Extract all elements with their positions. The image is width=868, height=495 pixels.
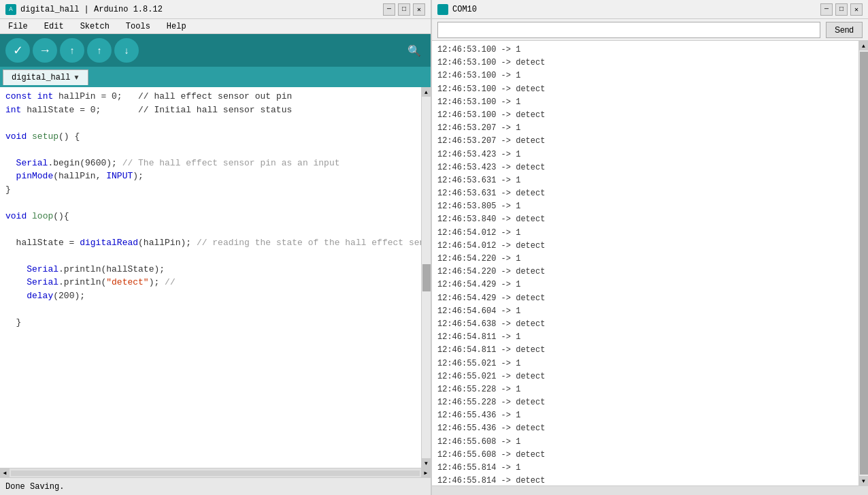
serial-content-row: 12:46:53.100 -> 112:46:53.100 -> detect1…	[432, 41, 868, 485]
serial-line: 12:46:55.814 -> 1	[437, 462, 853, 475]
code-line	[5, 143, 416, 157]
save-button[interactable]: ↓	[114, 38, 139, 63]
serial-line: 12:46:53.100 -> 1	[437, 69, 853, 82]
serial-line: 12:46:53.207 -> 1	[437, 122, 853, 135]
serial-output[interactable]: 12:46:53.100 -> 112:46:53.100 -> detect1…	[432, 41, 858, 485]
vscroll-down-button[interactable]: ▼	[422, 458, 431, 468]
code-line	[5, 329, 416, 342]
serial-line: 12:46:55.021 -> detect	[437, 370, 853, 383]
serial-line: 12:46:53.805 -> 1	[437, 200, 853, 213]
tab-dropdown-button[interactable]: ▼	[73, 74, 80, 81]
serial-line: 12:46:54.220 -> 1	[437, 253, 853, 266]
serial-line: 12:46:54.429 -> detect	[437, 292, 853, 305]
serial-bottom-bar	[432, 485, 868, 495]
hscrollbar: ◀ ▶	[0, 468, 431, 477]
hscroll-track[interactable]	[11, 470, 420, 476]
serial-title-bar: COM10 ─ □ ✕	[432, 0, 868, 19]
serial-line: 12:46:54.811 -> detect	[437, 344, 853, 357]
ide-title-bar: A digital_hall | Arduino 1.8.12 ─ □ ✕	[0, 0, 431, 19]
serial-line: 12:46:53.100 -> detect	[437, 83, 853, 96]
serial-line: 12:46:55.436 -> detect	[437, 422, 853, 435]
status-text: Done Saving.	[5, 482, 64, 492]
ide-minimize-button[interactable]: ─	[383, 3, 395, 16]
tab-bar: digital_hall ▼	[0, 67, 431, 87]
serial-minimize-button[interactable]: ─	[820, 3, 833, 16]
serial-line: 12:46:53.100 -> 1	[437, 96, 853, 109]
serial-scroll-up-button[interactable]: ▲	[859, 41, 869, 50]
serial-vscrollbar[interactable]: ▲ ▼	[858, 41, 868, 485]
new-button[interactable]: ↑	[60, 38, 84, 63]
serial-line: 12:46:54.220 -> detect	[437, 266, 853, 278]
serial-line: 12:46:53.423 -> 1	[437, 148, 853, 161]
open-button[interactable]: ↑	[87, 38, 112, 63]
serial-input[interactable]	[437, 22, 820, 38]
verify-button[interactable]: ✓	[5, 38, 30, 63]
menu-help[interactable]: Help	[164, 22, 189, 31]
serial-line: 12:46:55.814 -> detect	[437, 475, 853, 485]
code-line: pinMode(hallPin, INPUT);	[5, 170, 416, 183]
status-bar: Done Saving.	[0, 477, 431, 495]
ide-menu-bar: File Edit Sketch Tools Help	[0, 19, 431, 34]
serial-line: 12:46:54.012 -> 1	[437, 227, 853, 240]
serial-top-bar: Send	[432, 19, 868, 41]
code-editor: const int hallPin = 0; // hall effect se…	[0, 87, 431, 468]
upload-button[interactable]: →	[33, 38, 57, 63]
serial-line: 12:46:55.436 -> 1	[437, 409, 853, 422]
code-line: int hallState = 0; // Initial hall senso…	[5, 103, 416, 117]
vscroll-thumb[interactable]	[422, 264, 431, 291]
code-line	[5, 249, 416, 263]
menu-edit[interactable]: Edit	[41, 22, 67, 31]
code-line: }	[5, 183, 416, 197]
ide-maximize-button[interactable]: □	[398, 3, 410, 16]
serial-line: 12:46:55.228 -> 1	[437, 383, 853, 396]
serial-scroll-down-button[interactable]: ▼	[859, 476, 869, 485]
code-line: Serial.println(hallState);	[5, 263, 416, 276]
ide-window-controls: ─ □ ✕	[383, 3, 425, 16]
serial-scroll-thumb[interactable]	[860, 52, 868, 475]
serial-line: 12:46:55.608 -> detect	[437, 449, 853, 462]
serial-line: 12:46:54.429 -> 1	[437, 278, 853, 291]
serial-line: 12:46:54.638 -> detect	[437, 318, 853, 331]
serial-icon	[437, 4, 448, 15]
serial-line: 12:46:53.631 -> detect	[437, 187, 853, 200]
serial-panel: COM10 ─ □ ✕ Send 12:46:53.100 -> 112:46:…	[432, 0, 868, 495]
vscrollbar[interactable]: ▲ ▼	[421, 87, 431, 468]
menu-tools[interactable]: Tools	[123, 22, 153, 31]
serial-close-button[interactable]: ✕	[850, 3, 863, 16]
code-line: void loop(){	[5, 210, 416, 223]
code-line: Serial.println("detect"); //	[5, 276, 416, 289]
code-line	[5, 196, 416, 210]
code-line: Serial.begin(9600); // The hall effect s…	[5, 157, 416, 170]
ide-close-button[interactable]: ✕	[413, 3, 425, 16]
serial-title: COM10	[452, 5, 477, 14]
code-line: }	[5, 316, 416, 330]
serial-line: 12:46:53.207 -> detect	[437, 135, 853, 148]
code-line: delay(200);	[5, 289, 416, 303]
serial-window-controls: ─ □ ✕	[820, 3, 863, 16]
tab-label: digital_hall	[12, 73, 70, 82]
serial-line: 12:46:54.012 -> detect	[437, 240, 853, 253]
vscroll-up-button[interactable]: ▲	[422, 87, 431, 97]
arduino-icon: A	[5, 4, 16, 15]
serial-line: 12:46:55.021 -> 1	[437, 357, 853, 370]
menu-sketch[interactable]: Sketch	[78, 22, 112, 31]
ide-toolbar: ✓ → ↑ ↑ ↓ 🔍	[0, 34, 431, 67]
serial-line: 12:46:53.100 -> 1	[437, 44, 853, 57]
code-area[interactable]: const int hallPin = 0; // hall effect se…	[0, 87, 421, 468]
tab-digital-hall[interactable]: digital_hall ▼	[3, 69, 88, 85]
code-line: const int hallPin = 0; // hall effect se…	[5, 90, 416, 103]
search-button[interactable]: 🔍	[403, 39, 425, 61]
code-line	[5, 302, 416, 316]
serial-maximize-button[interactable]: □	[835, 3, 848, 16]
code-line	[5, 223, 416, 236]
serial-line: 12:46:53.100 -> detect	[437, 109, 853, 122]
menu-file[interactable]: File	[5, 22, 31, 31]
serial-line: 12:46:53.100 -> detect	[437, 57, 853, 69]
send-button[interactable]: Send	[826, 22, 863, 38]
code-line: hallState = digitalRead(hallPin); // rea…	[5, 236, 416, 250]
serial-line: 12:46:55.608 -> 1	[437, 436, 853, 449]
code-line: void setup() {	[5, 130, 416, 144]
serial-line: 12:46:53.423 -> detect	[437, 161, 853, 174]
hscroll-right-button[interactable]: ▶	[421, 468, 431, 478]
hscroll-left-button[interactable]: ◀	[0, 468, 10, 478]
